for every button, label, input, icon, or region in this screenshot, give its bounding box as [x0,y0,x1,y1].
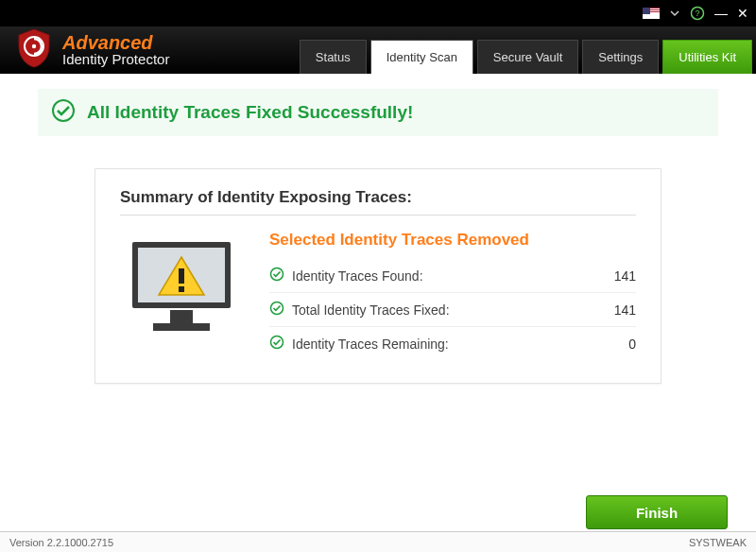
success-banner: All Identity Traces Fixed Successfully! [38,89,718,136]
tab-identity-scan[interactable]: Identity Scan [370,40,473,74]
svg-rect-10 [179,286,184,292]
shield-logo-icon [15,27,53,73]
row-label: Identity Traces Found: [292,268,589,284]
summary-row: Identity Traces Found: 141 [269,259,636,293]
divider [120,215,636,216]
row-value: 141 [589,302,636,318]
summary-row: Identity Traces Remaining: 0 [269,327,636,360]
header: Advanced Identity Protector Status Ident… [0,26,756,74]
brand-text: Advanced Identity Protector [62,33,169,68]
close-button[interactable]: ✕ [737,7,748,20]
summary-subtitle: Selected Identity Traces Removed [269,231,636,250]
svg-rect-9 [179,268,184,284]
row-label: Identity Traces Remaining: [292,336,589,352]
watermark-text: SYSTWEAK [689,537,747,548]
tab-secure-vault[interactable]: Secure Vault [477,40,578,74]
summary-heading: Summary of Identity Exposing Traces: [120,188,636,207]
help-icon[interactable]: ? [690,6,705,21]
tab-settings[interactable]: Settings [582,40,659,74]
minimize-button[interactable]: — [714,7,728,20]
flag-us-icon[interactable] [643,8,660,19]
check-icon [269,335,284,353]
row-value: 0 [589,336,636,352]
content-area: All Identity Traces Fixed Successfully! … [0,89,756,546]
svg-rect-7 [170,310,193,323]
brand: Advanced Identity Protector [0,26,296,74]
check-icon [269,267,284,285]
svg-rect-8 [153,323,210,331]
check-circle-icon [51,98,76,127]
summary-card: Summary of Identity Exposing Traces: Sel… [94,168,662,384]
row-label: Total Identity Traces Fixed: [292,302,589,318]
svg-point-4 [53,100,74,121]
svg-text:?: ? [695,9,699,18]
tab-bar: Status Identity Scan Secure Vault Settin… [296,26,756,74]
monitor-warning-icon [120,231,243,360]
tab-utilities-kit[interactable]: Utilities Kit [662,40,752,74]
banner-text: All Identity Traces Fixed Successfully! [87,102,413,123]
brand-line2: Identity Protector [62,52,169,68]
finish-button[interactable]: Finish [586,495,728,529]
tab-status[interactable]: Status [300,40,367,74]
version-text: Version 2.2.1000.2715 [9,537,113,548]
check-icon [269,301,284,319]
row-value: 141 [589,268,636,284]
svg-point-3 [32,44,36,48]
dropdown-icon[interactable] [669,8,680,19]
summary-details: Selected Identity Traces Removed Identit… [269,231,636,360]
status-bar: Version 2.2.1000.2715 SYSTWEAK [0,531,756,552]
summary-row: Total Identity Traces Fixed: 141 [269,293,636,327]
brand-line1: Advanced [62,33,169,52]
title-bar: ? — ✕ [0,0,756,26]
